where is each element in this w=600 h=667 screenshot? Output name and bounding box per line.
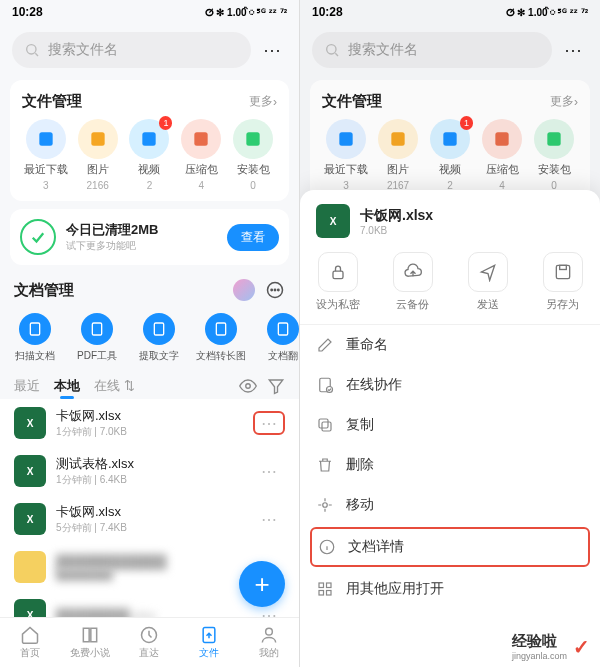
fab-add-button[interactable]: + <box>239 561 285 607</box>
action-share[interactable]: 发送 <box>450 252 525 312</box>
sheet-item-grid[interactable]: 用其他应用打开 <box>300 569 600 609</box>
more-icon[interactable]: ⋯ <box>259 39 287 61</box>
view-button[interactable]: 查看 <box>227 224 279 251</box>
file-item[interactable]: X测试表格.xlsx1分钟前 | 6.4KB⋯ <box>0 447 299 495</box>
sheet-item-label: 删除 <box>346 456 374 474</box>
svg-rect-15 <box>278 323 287 335</box>
svg-rect-30 <box>559 265 566 269</box>
filter-icon[interactable] <box>267 377 285 395</box>
sheet-item-collab[interactable]: 在线协作 <box>300 365 600 405</box>
status-indicators: ⵚ ✻ 1.00 ི ⁵ᴳ ᶻᶻ ⁷² <box>205 7 287 18</box>
badge: 1 <box>460 116 473 130</box>
category-视频[interactable]: 1视频2 <box>424 119 476 191</box>
file-meta: ████████ <box>56 569 243 580</box>
tab-recent[interactable]: 最近 <box>14 377 40 395</box>
nav-label: 直达 <box>139 646 159 660</box>
svg-rect-5 <box>195 132 208 145</box>
tab-online[interactable]: 在线 ⇅ <box>94 377 135 395</box>
nav-icon <box>20 625 40 645</box>
lock-icon <box>318 252 358 292</box>
category-label: 最近下载 <box>24 162 68 177</box>
file-more-button[interactable]: ⋯ <box>253 459 285 483</box>
action-cloud[interactable]: 云备份 <box>375 252 450 312</box>
tool-icon <box>143 313 175 345</box>
category-安装包[interactable]: 安装包0 <box>227 119 279 191</box>
action-label: 云备份 <box>396 297 429 312</box>
tool-label: PDF工具 <box>77 349 117 363</box>
eye-icon[interactable] <box>239 377 257 395</box>
clean-card[interactable]: 今日已清理2MB 试下更多功能吧 查看 <box>10 209 289 265</box>
nav-我的[interactable]: 我的 <box>239 618 299 667</box>
svg-rect-6 <box>246 132 259 145</box>
file-mgmt-title: 文件管理 <box>322 92 382 111</box>
file-more-button[interactable]: ⋯ <box>253 411 285 435</box>
svg-rect-11 <box>30 323 39 335</box>
sheet-item-label: 重命名 <box>346 336 388 354</box>
tool-文档转长图[interactable]: 文档转长图 <box>190 313 252 363</box>
sheet-item-rename[interactable]: 重命名 <box>300 325 600 365</box>
status-indicators: ⵚ ✻ 1.00 ི ⁵ᴳ ᶻᶻ ⁷² <box>506 7 588 18</box>
delete-icon <box>316 456 334 474</box>
file-type-icon: X <box>14 599 46 617</box>
nav-icon <box>139 625 159 645</box>
svg-marker-17 <box>269 380 283 394</box>
more-icon[interactable]: ⋯ <box>560 39 588 61</box>
sheet-item-move[interactable]: 移动 <box>300 485 600 525</box>
file-item[interactable]: X卡饭网.xlsx5分钟前 | 7.4KB⋯ <box>0 495 299 543</box>
category-图片[interactable]: 图片2166 <box>72 119 124 191</box>
search-input[interactable]: 搜索文件名 <box>12 32 251 68</box>
category-压缩包[interactable]: 压缩包4 <box>476 119 528 191</box>
svg-point-0 <box>27 45 36 54</box>
action-lock[interactable]: 设为私密 <box>300 252 375 312</box>
status-bar: 10:28 ⵚ ✻ 1.00 ི ⁵ᴳ ᶻᶻ ⁷² <box>300 0 600 24</box>
tool-label: 文档翻 <box>268 349 298 363</box>
file-item[interactable]: X卡饭网.xlsx1分钟前 | 7.0KB⋯ <box>0 399 299 447</box>
tab-local[interactable]: 本地 <box>54 377 80 395</box>
svg-rect-2 <box>39 132 52 145</box>
avatar[interactable] <box>233 279 255 301</box>
search-input[interactable]: 搜索文件名 <box>312 32 552 68</box>
category-最近下载[interactable]: 最近下载3 <box>20 119 72 191</box>
check-icon <box>20 219 56 255</box>
category-安装包[interactable]: 安装包0 <box>528 119 580 191</box>
svg-rect-29 <box>556 265 569 278</box>
tool-文档翻[interactable]: 文档翻 <box>252 313 299 363</box>
category-最近下载[interactable]: 最近下载3 <box>320 119 372 191</box>
svg-point-21 <box>327 45 336 54</box>
svg-rect-25 <box>443 132 456 145</box>
sheet-item-info[interactable]: 文档详情 <box>310 527 590 567</box>
svg-point-16 <box>246 384 251 389</box>
search-placeholder: 搜索文件名 <box>348 41 418 59</box>
action-save[interactable]: 另存为 <box>525 252 600 312</box>
nav-label: 免费小说 <box>70 646 110 660</box>
category-图片[interactable]: 图片2167 <box>372 119 424 191</box>
file-name: ████████████ <box>56 554 243 569</box>
action-sheet: X 卡饭网.xlsx 7.0KB 设为私密云备份发送另存为 重命名在线协作复制删… <box>300 190 600 667</box>
nav-直达[interactable]: 直达 <box>120 618 180 667</box>
tool-提取文字[interactable]: 提取文字 <box>128 313 190 363</box>
nav-免费小说[interactable]: 免费小说 <box>60 618 120 667</box>
tool-PDF工具[interactable]: PDF工具 <box>66 313 128 363</box>
nav-文件[interactable]: 文件 <box>179 618 239 667</box>
sheet-item-copy[interactable]: 复制 <box>300 405 600 445</box>
svg-point-10 <box>278 289 279 290</box>
doc-tools-row: 扫描文档PDF工具提取文字文档转长图文档翻 <box>0 307 299 369</box>
file-type-icon: X <box>14 407 46 439</box>
grid-icon <box>316 580 334 598</box>
category-视频[interactable]: 1视频2 <box>124 119 176 191</box>
nav-icon <box>259 625 279 645</box>
file-more-button[interactable]: ⋯ <box>253 507 285 531</box>
nav-首页[interactable]: 首页 <box>0 618 60 667</box>
more-link[interactable]: 更多 › <box>249 93 277 110</box>
tool-扫描文档[interactable]: 扫描文档 <box>4 313 66 363</box>
svg-rect-24 <box>391 132 404 145</box>
svg-rect-39 <box>319 591 324 596</box>
sheet-item-delete[interactable]: 删除 <box>300 445 600 485</box>
category-label: 图片 <box>87 162 109 177</box>
file-category-row: 最近下载3图片21671视频2压缩包4安装包0 <box>320 119 580 191</box>
more-link[interactable]: 更多 › <box>550 93 578 110</box>
watermark: 经验啦 jingyanla.com ✓ <box>512 632 590 661</box>
chat-icon[interactable] <box>265 280 285 300</box>
svg-rect-4 <box>143 132 156 145</box>
category-压缩包[interactable]: 压缩包4 <box>175 119 227 191</box>
